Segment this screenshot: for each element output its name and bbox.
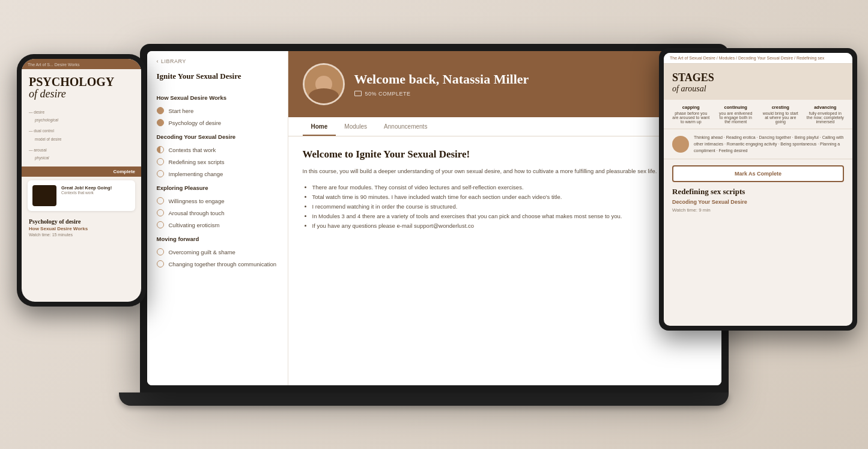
bullet-item: If you have any questions please e-mail …	[312, 221, 707, 231]
sidebar-item-cultivating[interactable]: Cultivating eroticism	[147, 219, 288, 231]
status-icon-filled	[157, 107, 164, 114]
avatar-face	[305, 65, 343, 103]
scene: ‹ LIBRARY Ignite Your Sexual Desire How …	[0, 0, 868, 449]
sidebar-item-guilt[interactable]: Overcoming guilt & shame	[147, 246, 288, 258]
phone-lesson-sub: Contexts that work	[61, 191, 112, 195]
status-icon-empty	[157, 158, 164, 165]
status-icon-empty	[157, 260, 164, 267]
tablet-body: The Art of Sexual Desire / Modules / Dec…	[659, 48, 857, 331]
tablet-stages-cols: capping phase before you are aroused to …	[664, 100, 852, 129]
tablet-stages-sub: of arousal	[672, 84, 844, 94]
sidebar-item-start[interactable]: Start here	[147, 105, 288, 117]
tablet-module-label: Decoding Your Sexual Desire	[672, 199, 844, 205]
course-content: Welcome to Ignite Your Sexual Desire! In…	[288, 136, 721, 385]
tablet-tutor-row: Thinking ahead · Reading erotica · Danci…	[664, 129, 852, 160]
status-icon-empty	[157, 221, 164, 228]
sidebar-item-psychology[interactable]: Psychology of desire	[147, 117, 288, 129]
sidebar-section-1: How Sexual Desire Works	[147, 90, 288, 105]
tablet-bullet-text: Thinking ahead · Reading erotica · Danci…	[694, 134, 844, 154]
phone-course-title: PSYCHOLOGY	[29, 75, 134, 88]
sidebar-section-4: Moving forward	[147, 231, 288, 246]
bullet-item: There are four modules. They consist of …	[312, 183, 707, 192]
header-text: Welcome back, Natassia Miller 50% COMPLE…	[354, 72, 529, 97]
tablet-stage-col-0: capping phase before you are aroused to …	[672, 105, 710, 124]
status-icon-empty	[157, 197, 164, 204]
welcome-heading: Welcome back, Natassia Miller	[354, 72, 529, 87]
tablet-stages-title: STAGES	[672, 72, 844, 84]
tab-modules[interactable]: Modules	[336, 117, 375, 136]
phone-complete-badge: Complete	[22, 166, 141, 177]
phone-bar-text: The Art of S... Desire Works	[28, 63, 80, 67]
tab-announcements[interactable]: Announcements	[375, 117, 436, 136]
course-intro: In this course, you will build a deeper …	[303, 166, 707, 176]
laptop-device: ‹ LIBRARY Ignite Your Sexual Desire How …	[140, 44, 729, 406]
phone-watch-time: Watch time: 15 minutes	[22, 233, 141, 239]
laptop-screen: ‹ LIBRARY Ignite Your Sexual Desire How …	[147, 51, 721, 385]
sidebar-back[interactable]: ‹ LIBRARY	[147, 51, 288, 69]
phone-screen: The Art of S... Desire Works PSYCHOLOGY …	[22, 59, 141, 302]
chevron-left-icon: ‹	[157, 58, 159, 64]
sidebar-item-redefining[interactable]: Redefining sex scripts	[147, 156, 288, 168]
phone-course-header: PSYCHOLOGY of desire	[22, 69, 141, 104]
status-icon-half	[157, 146, 164, 153]
phone-diagram: — desire psychological — dual control mo…	[22, 104, 141, 166]
phone-content: PSYCHOLOGY of desire — desire psychologi…	[22, 69, 141, 302]
phone-course-subtitle: of desire	[29, 88, 134, 100]
tablet-stage-col-1: continuing you are enlivened to engage b…	[717, 105, 755, 124]
sidebar-section-3: Exploring Pleasure	[147, 180, 288, 195]
sidebar-item-communication[interactable]: Changing together through communication	[147, 258, 288, 270]
tablet-breadcrumb: The Art of Sexual Desire / Modules / Dec…	[664, 53, 852, 64]
header-banner: Welcome back, Natassia Miller 50% COMPLE…	[288, 51, 721, 117]
tablet-tutor-avatar	[672, 136, 689, 153]
sidebar-course-title: Ignite Your Sexual Desire	[147, 69, 288, 90]
status-icon-filled	[157, 119, 164, 126]
phone-current-lesson-title: Psychology of desire	[22, 215, 141, 226]
phone-lesson-label: Great Job! Keep Going!	[61, 185, 112, 191]
tablet-main: STAGES of arousal capping phase before y…	[664, 64, 852, 326]
bullet-item: Total watch time is 90 minutes. I have i…	[312, 192, 707, 202]
tablet-complete-button[interactable]: Mark As Complete	[672, 165, 844, 182]
status-icon-empty	[157, 248, 164, 255]
sidebar: ‹ LIBRARY Ignite Your Sexual Desire How …	[147, 51, 288, 385]
laptop-body: ‹ LIBRARY Ignite Your Sexual Desire How …	[140, 44, 729, 392]
phone-body: The Art of S... Desire Works PSYCHOLOGY …	[17, 54, 146, 307]
tablet-watch-time: Watch time: 9 min	[672, 207, 844, 213]
phone-current-section: How Sexual Desire Works	[22, 226, 141, 233]
main-content: Welcome back, Natassia Miller 50% COMPLE…	[288, 51, 721, 385]
sidebar-item-implementing[interactable]: Implementing change	[147, 168, 288, 180]
tablet-bottom: Mark As Complete Redefining sex scripts …	[664, 159, 852, 219]
phone-top-bar: The Art of S... Desire Works	[22, 59, 141, 69]
bullet-item: I recommend watching it in order the cou…	[312, 202, 707, 212]
sidebar-item-contexts[interactable]: Contexts that work	[147, 144, 288, 156]
status-icon-empty	[157, 170, 164, 177]
laptop-base	[119, 392, 729, 406]
nav-tabs: Home Modules Announcements	[288, 117, 721, 136]
tablet-hero: STAGES of arousal	[664, 64, 852, 100]
phone-device: The Art of S... Desire Works PSYCHOLOGY …	[17, 54, 146, 307]
sidebar-item-arousal[interactable]: Arousal through touch	[147, 207, 288, 219]
tablet-stage-col-2: cresting would bring to start at where y…	[762, 105, 800, 124]
phone-lesson-thumb	[32, 185, 56, 206]
tablet-lesson-title: Redefining sex scripts	[672, 187, 844, 197]
tablet-device: The Art of Sexual Desire / Modules / Dec…	[659, 48, 857, 331]
progress-text: 50% COMPLETE	[365, 91, 411, 97]
progress-row: 50% COMPLETE	[354, 91, 529, 97]
phone-lesson-card: Great Job! Keep Going! Contexts that wor…	[28, 180, 135, 211]
status-icon-empty	[157, 209, 164, 216]
sidebar-item-willingness[interactable]: Willingness to engage	[147, 195, 288, 207]
tablet-screen: The Art of Sexual Desire / Modules / Dec…	[664, 53, 852, 326]
tablet-stage-col-3: advancing fully enveloped in the now; co…	[807, 105, 845, 124]
bullet-list: There are four modules. They consist of …	[303, 183, 707, 231]
sidebar-section-2: Decoding Your Sexual Desire	[147, 129, 288, 144]
tab-home[interactable]: Home	[303, 117, 336, 136]
course-content-title: Welcome to Ignite Your Sexual Desire!	[303, 148, 707, 160]
monitor-icon	[354, 91, 362, 96]
phone-lesson-text: Great Job! Keep Going! Contexts that wor…	[61, 185, 112, 206]
bullet-item: In Modules 3 and 4 there are a variety o…	[312, 212, 707, 221]
avatar	[303, 63, 345, 105]
